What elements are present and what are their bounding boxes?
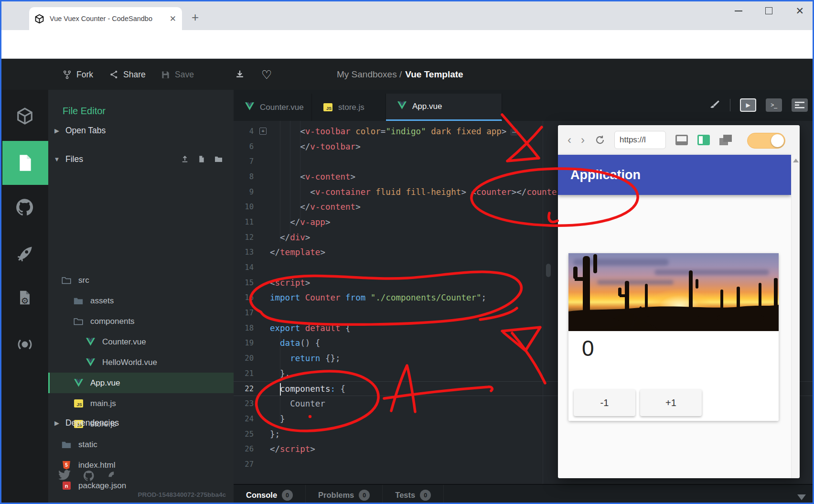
save-button[interactable]: Save — [161, 59, 194, 90]
preview-address-bar[interactable]: https://l — [614, 131, 666, 149]
prettier-brush-icon[interactable] — [708, 99, 720, 111]
save-icon — [161, 70, 170, 79]
line-number: 14 — [234, 263, 270, 272]
line-number: 24 — [234, 415, 270, 423]
editor-tab-app-vue[interactable]: App.vue — [386, 94, 502, 121]
rail-project-icon[interactable] — [1, 107, 48, 125]
new-file-icon[interactable] — [198, 155, 205, 163]
spectrum-icon[interactable] — [107, 470, 119, 482]
preview-scrollbar[interactable] — [791, 155, 800, 478]
like-heart-icon[interactable]: ♡ — [261, 59, 272, 90]
app-toolbar: Application — [558, 155, 791, 195]
tree-item-main-js[interactable]: JSmain.js — [48, 393, 234, 414]
screenshot-root: Vue Vuex Counter - CodeSandbo ✕ + ✕ ← → … — [0, 0, 814, 504]
fold-expand-icon[interactable]: + — [259, 128, 267, 135]
tree-item-helloworld-vue[interactable]: HelloWorld.vue — [48, 352, 234, 373]
code-text: components: { — [270, 384, 345, 394]
tree-item-src[interactable]: src — [48, 270, 234, 290]
dependencies-section[interactable]: ▶ Dependencies — [48, 415, 234, 431]
tree-item-label: static — [78, 440, 97, 450]
scroll-down-caret-icon[interactable] — [797, 494, 806, 500]
console-tab-console[interactable]: Console0 — [234, 485, 306, 504]
code-text: </template> — [270, 247, 325, 257]
window-minimize-button[interactable] — [735, 11, 742, 11]
twitter-icon[interactable] — [58, 470, 71, 481]
tree-item-counter-vue[interactable]: Counter.vue — [48, 332, 234, 352]
preview-forward-icon[interactable]: › — [581, 133, 585, 147]
open-new-window-icon[interactable] — [719, 135, 732, 145]
code-text: }; — [270, 429, 280, 439]
npm-package-icon: n — [63, 482, 71, 490]
rail-live-icon[interactable] — [1, 335, 48, 354]
rail-file-explorer-active[interactable] — [2, 141, 48, 185]
browser-preview-toggle-icon[interactable]: ▶ — [740, 98, 756, 112]
line-number: 20 — [234, 354, 270, 363]
github-icon[interactable] — [83, 470, 95, 482]
counter-card: 0 -1 +1 — [568, 253, 779, 421]
split-view-icon[interactable] — [697, 135, 710, 145]
preview-refresh-icon[interactable] — [594, 134, 606, 146]
js-icon: JS — [73, 399, 84, 408]
tree-item-assets[interactable]: assets — [48, 290, 234, 311]
console-tab-problems[interactable]: Problems0 — [306, 485, 383, 504]
tree-item-label: assets — [90, 296, 114, 306]
upload-file-icon[interactable] — [181, 155, 189, 163]
breadcrumb-prefix: My Sandboxes / — [337, 69, 402, 80]
file-editor-panel: File Editor ▶ Open Tabs ▼ Files srcasset… — [48, 90, 234, 504]
tree-item-label: package.json — [78, 481, 126, 491]
share-button[interactable]: Share — [109, 59, 146, 90]
new-tab-button[interactable]: + — [192, 10, 199, 25]
decrement-button[interactable]: -1 — [574, 389, 635, 416]
line-number: 17 — [234, 309, 270, 317]
console-layout-icon[interactable] — [792, 98, 808, 112]
open-tabs-section[interactable]: ▶ Open Tabs — [48, 122, 234, 139]
line-number: 22 — [234, 385, 270, 393]
tree-item-label: components — [90, 317, 135, 326]
editor-tab-label: store.js — [338, 103, 364, 112]
file-icon — [16, 152, 35, 173]
console-tab-tests[interactable]: Tests0 — [383, 485, 444, 504]
tree-item-components[interactable]: components — [48, 311, 234, 332]
increment-button[interactable]: +1 — [640, 389, 702, 416]
tree-item-label: HelloWorld.vue — [102, 358, 157, 367]
line-number: 12 — [234, 233, 270, 242]
count-badge: 0 — [282, 490, 293, 501]
rail-github-icon[interactable] — [1, 197, 48, 217]
vue-icon — [245, 102, 254, 113]
tab-close-icon[interactable]: ✕ — [170, 14, 176, 24]
tree-item-label: src — [78, 276, 89, 285]
fork-button[interactable]: Fork — [63, 59, 93, 90]
download-icon[interactable] — [235, 59, 245, 90]
svg-text:⚙: ⚙ — [21, 296, 29, 306]
preview-back-icon[interactable]: ‹ — [568, 133, 571, 147]
dependencies-label: Dependencies — [65, 418, 119, 428]
terminal-toggle-icon[interactable]: >_ — [766, 98, 782, 112]
rail-deploy-rocket-icon[interactable] — [1, 244, 48, 265]
share-label: Share — [123, 70, 146, 80]
line-number: 16 — [234, 293, 270, 302]
tree-item-static[interactable]: static — [48, 434, 234, 455]
tree-item-label: index.html — [78, 461, 115, 470]
editor-scrollbar-thumb[interactable] — [546, 264, 551, 277]
vue-icon — [85, 358, 96, 367]
browser-tab[interactable]: Vue Vuex Counter - CodeSandbo ✕ — [29, 7, 182, 30]
open-in-browser-icon[interactable] — [675, 135, 688, 145]
folder-icon — [61, 440, 72, 450]
browser-tab-strip: Vue Vuex Counter - CodeSandbo ✕ + ✕ — [1, 1, 813, 30]
fork-icon — [63, 70, 72, 80]
breadcrumb[interactable]: My Sandboxes / Vue Template — [337, 59, 463, 90]
html-icon: 5 — [61, 461, 72, 470]
editor-tab-store-js[interactable]: JSstore.js — [312, 94, 386, 121]
window-close-button[interactable]: ✕ — [795, 7, 804, 14]
browser-tab-title: Vue Vuex Counter - CodeSandbo — [50, 15, 155, 22]
count-badge: 0 — [359, 490, 370, 501]
live-reload-toggle[interactable] — [747, 133, 785, 149]
new-folder-icon[interactable] — [214, 155, 223, 163]
editor-tab-counter-vue[interactable]: Counter.vue — [234, 94, 312, 121]
editor-tab-label: App.vue — [412, 102, 442, 111]
files-section[interactable]: ▼ Files — [48, 151, 234, 167]
code-text: <v-content> — [270, 172, 355, 182]
window-maximize-button[interactable] — [765, 7, 772, 14]
rail-config-icon[interactable]: ⚙ — [1, 288, 48, 307]
tree-item-app-vue[interactable]: App.vue — [48, 373, 234, 393]
